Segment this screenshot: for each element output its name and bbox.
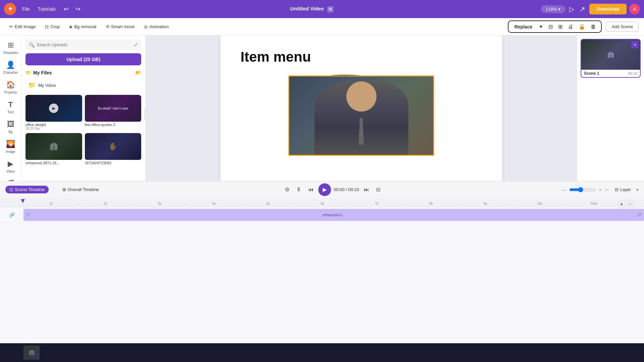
split-view-icon[interactable]: ⊟ [547, 22, 554, 31]
editbar: ✏ Edit Image ⊡ Crop ◈ Bg removal ⟲ Smart… [0, 18, 644, 36]
overall-timeline-tab[interactable]: ⊞ Overall Timeline [58, 186, 103, 193]
mic-icon[interactable]: 🎙 [294, 185, 304, 194]
timeline-time: 00:00 / 00:10 [334, 187, 359, 192]
scene-add-button[interactable]: + [631, 41, 639, 48]
sidebar-item-character[interactable]: 👤 Character [1, 58, 20, 77]
scene-card[interactable]: 👔 Scene 1 00:10 + [581, 39, 641, 78]
grid-icon[interactable]: ⊞ [556, 22, 564, 31]
redo-button[interactable]: ↪ [73, 4, 83, 14]
zoom-slider[interactable] [569, 187, 596, 192]
skip-back-icon[interactable]: ⏮ [306, 185, 316, 194]
zoom-out-icon: — [562, 187, 567, 192]
zoom-control[interactable]: 118% ▾ [541, 5, 565, 13]
upload-button[interactable]: Upload (25 GB) [25, 53, 141, 65]
app-logo[interactable]: ✦ [4, 3, 16, 15]
topbar-right: ▷ ↗ Download A [568, 4, 640, 14]
download-button[interactable]: Download [589, 4, 627, 14]
sidebar-item-property[interactable]: 🏠 Property [1, 78, 20, 97]
layer-button[interactable]: ⊟ Layer [612, 186, 634, 193]
scene-timeline-icon: ⊡ [9, 187, 13, 192]
expand-icon[interactable]: ⤢ [133, 42, 138, 48]
replace-button[interactable]: Replace [512, 23, 535, 31]
templates-icon: ⊞ [8, 41, 14, 50]
property-icon: 🏠 [6, 80, 15, 89]
tutorials-menu[interactable]: Tutorials [35, 5, 59, 13]
zoom-minus-button[interactable]: - [627, 200, 634, 208]
voice-label: My Voice [38, 83, 56, 88]
track-clip[interactable]: 🔗 enhanced-2... 🔗 [23, 209, 644, 221]
skip-forward-icon[interactable]: ⏭ [362, 185, 371, 194]
timeline-ruler: 1s 2s 3s 4s 5s 6s 7s 8s 9s 10s Time + - [0, 198, 644, 207]
sidebar-item-label: Character [3, 71, 18, 74]
scene-title: Scene 1 [584, 71, 599, 76]
video-icon: ▶ [8, 160, 13, 168]
smart-move-icon: ⟲ [106, 24, 109, 29]
sidebar-item-image[interactable]: 🌄 Image [1, 137, 20, 156]
smart-move-button[interactable]: ⟲ Smart move [102, 22, 139, 31]
search-input[interactable] [37, 42, 131, 47]
present-icon[interactable]: ▷ [568, 4, 576, 14]
delete-icon[interactable]: 🗑 [589, 23, 598, 31]
scene-timeline-tab[interactable]: ⊡ Scene Timeline [5, 186, 49, 193]
sidebar-icons: ⊞ Templates 👤 Character 🏠 Property T Tex… [0, 36, 21, 181]
caption-icon[interactable]: ⊟ [374, 185, 382, 194]
bg-removal-button[interactable]: ◈ Bg removal [65, 22, 100, 31]
sidebar-item-text[interactable]: T Text [1, 98, 20, 117]
share-icon[interactable]: ↗ [578, 4, 587, 14]
search-icon: 🔍 [29, 42, 35, 48]
file-item[interactable]: 👔 enhanced-2871-16... [25, 133, 82, 165]
file-item[interactable]: ▶ office dwight 00:20 Sec [25, 95, 82, 130]
file-item[interactable]: ✋ 1673424723092 [85, 133, 142, 165]
track-label: 🔗 [0, 212, 23, 218]
timeline-bottom: 👔 [0, 343, 644, 362]
sidebar-item-video[interactable]: ▶ Video [1, 157, 20, 176]
main-layout: ⊞ Templates 👤 Character 🏠 Property T Tex… [0, 36, 644, 181]
settings-icon[interactable]: ⚙ [283, 185, 291, 194]
ruler-mark: 10s [512, 202, 566, 205]
search-bar: 🔍 ⤢ [25, 40, 141, 50]
ruler-mark: 3s [132, 202, 186, 205]
smart-move-label: Smart move [111, 24, 135, 29]
crop-label: Crop [50, 24, 60, 29]
sidebar-item-bg[interactable]: 🖼 Bg [1, 117, 20, 136]
play-button[interactable]: ▶ [318, 183, 331, 196]
file-menu[interactable]: File [19, 5, 33, 13]
file-name: the-office-quotes-2 [85, 123, 142, 127]
crop-button[interactable]: ⊡ Crop [41, 22, 64, 31]
add-scene-button[interactable]: Add Scene [606, 22, 639, 32]
my-voice-item[interactable]: 📁 My Voice [25, 79, 141, 92]
avatar[interactable]: A [629, 4, 640, 14]
file-meta: 00:20 Sec [25, 127, 82, 130]
sidebar-item-templates[interactable]: ⊞ Templates [1, 38, 20, 57]
rotate-handle[interactable]: ↻ [358, 156, 365, 156]
animation-button[interactable]: ◎ Animation [140, 22, 173, 31]
file-name: office dwight [25, 123, 82, 127]
ruler-mark: 1s [23, 202, 78, 205]
sidebar-item-label: Video [6, 170, 15, 173]
add-folder-icon[interactable]: 📂 [136, 70, 141, 75]
topbar-menu: File Tutorials [19, 5, 59, 13]
layer-label: Layer [620, 187, 631, 192]
bg-removal-icon: ◈ [69, 24, 72, 29]
file-thumbnail: So what! I don't care [85, 95, 142, 122]
folder-icon: 📁 [25, 70, 31, 75]
title-edit-icon[interactable]: ✏ [327, 6, 333, 12]
sidebar-item-music[interactable]: 🎵 Music [1, 177, 20, 181]
undo-button[interactable]: ↩ [62, 4, 71, 14]
left-panel: 🔍 ⤢ Upload (25 GB) 📁 My Files 📂 📁 My Voi… [21, 36, 146, 181]
edit-image-button[interactable]: ✏ Edit Image [5, 22, 40, 31]
zoom-plus-button[interactable]: + [618, 200, 625, 208]
video-frame[interactable]: ↻ [288, 75, 434, 156]
file-item[interactable]: So what! I don't care the-office-quotes-… [85, 95, 142, 130]
edit-image-icon: ✏ [9, 24, 13, 29]
file-thumbnail: ✋ [85, 133, 142, 160]
print-icon[interactable]: 🖨 [566, 23, 575, 31]
track-content: 🔗 enhanced-2... 🔗 [23, 209, 644, 221]
lock-icon[interactable]: 🔒 [577, 22, 587, 31]
enhance-icon[interactable]: ✦ [537, 22, 545, 31]
file-name: enhanced-2871-16... [25, 161, 82, 165]
replace-toolbar: Replace ✦ ⊟ ⊞ 🖨 🔒 🗑 [508, 20, 602, 33]
ruler-mark: 2s [78, 202, 132, 205]
ruler-mark: 4s [186, 202, 240, 205]
expand-timeline-icon[interactable]: ▾ [636, 187, 639, 192]
